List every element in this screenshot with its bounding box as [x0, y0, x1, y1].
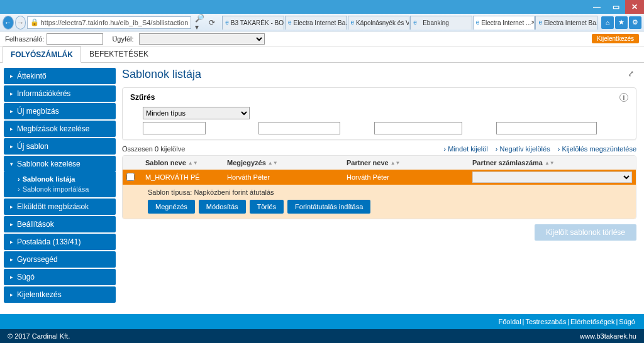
footer-home[interactable]: Főoldal — [499, 318, 521, 325]
browser-tab[interactable]: eElectra Internet Ba... — [535, 16, 597, 30]
sidebar: Áttekintő Információkérés Új megbízás Me… — [0, 63, 119, 314]
user-label: Felhasználó: — [5, 35, 44, 43]
lock-icon: 🔒 — [30, 18, 39, 26]
sidebar-item-mailbox[interactable]: Postaláda (133/41) — [4, 234, 116, 250]
link-select-all[interactable]: › Mindet kijelöl — [443, 145, 487, 153]
url-text: https://electra7.takinfo.hu/eib_ib_S4/sb… — [40, 19, 188, 26]
browser-right-controls: ⌂ ★ ⚙ — [601, 16, 641, 29]
table-row[interactable]: M_HORVÁTH PÉ Horváth Péter Horváth Péter — [123, 170, 636, 185]
chevron-right-icon — [10, 73, 13, 79]
search-dropdown-icon[interactable]: 🔎▾ — [195, 18, 205, 28]
sidebar-item-new-order[interactable]: Új megbízás — [4, 103, 116, 119]
logout-button[interactable]: Kijelentkezés — [592, 34, 639, 43]
browser-tab[interactable]: eElectra Internet Ba... — [285, 16, 347, 30]
window-close-button[interactable]: ✕ — [625, 0, 644, 14]
table-header: Sablon neve▲▼ Megjegyzés▲▼ Partner neve▲… — [123, 156, 636, 170]
sidebar-item-new-template[interactable]: Új sablon — [4, 138, 116, 155]
edit-button[interactable]: Módosítás — [199, 200, 246, 214]
tab-close-icon[interactable]: ✕ — [531, 19, 535, 26]
browser-tab[interactable]: eKápolnásnyék és V... — [348, 16, 410, 30]
url-controls: 🔎▾ ⟳ — [195, 16, 217, 29]
info-icon[interactable]: i — [619, 93, 628, 102]
col-partner-acct[interactable]: Partner számlaszáma — [472, 159, 543, 166]
sidebar-item-sent-orders[interactable]: Elküldött megbízások — [4, 199, 116, 215]
filter-heading: Szűrés — [130, 93, 155, 102]
filter-input-4[interactable] — [496, 122, 597, 134]
ie-icon: e — [288, 19, 292, 26]
refresh-icon[interactable]: ⟳ — [207, 18, 217, 28]
browser-tab[interactable]: eB3 TAKARÉK - BO... — [222, 16, 284, 30]
browser-tab[interactable]: eEbanking — [410, 16, 472, 30]
sort-icon[interactable]: ▲▼ — [188, 160, 198, 166]
sidebar-sub-template-import[interactable]: Sablonok importálása — [4, 184, 116, 194]
ie-icon: e — [225, 19, 229, 26]
chevron-right-icon — [10, 108, 13, 114]
tab-investments[interactable]: BEFEKTETÉSEK — [81, 46, 157, 62]
chevron-right-icon — [10, 90, 13, 97]
home-icon[interactable]: ⌂ — [601, 16, 614, 29]
sort-icon[interactable]: ▲▼ — [545, 160, 555, 166]
filter-input-3[interactable] — [374, 122, 462, 134]
view-button[interactable]: Megnézés — [148, 200, 195, 214]
chevron-right-icon — [10, 126, 13, 132]
window-minimize-button[interactable]: — — [587, 0, 606, 14]
sidebar-sub-template-list[interactable]: Sablonok listája — [4, 174, 116, 184]
sidebar-item-manage-templates[interactable]: Sablonok kezelése — [4, 156, 116, 172]
footer-copyright: © 2017 Cardinal Kft. — [8, 332, 70, 340]
chevron-right-icon — [10, 221, 13, 227]
sidebar-item-logout[interactable]: Kijelentkezés — [4, 286, 116, 303]
filter-panel: Szűrési Minden típus — [122, 87, 636, 140]
sort-icon[interactable]: ▲▼ — [391, 160, 401, 166]
nav-forward-button[interactable]: → — [15, 16, 26, 30]
col-partner-name[interactable]: Partner neve — [347, 159, 389, 166]
sidebar-item-settings[interactable]: Beállítások — [4, 216, 116, 232]
filter-type-select[interactable]: Minden típus — [143, 107, 250, 119]
delete-button[interactable]: Törlés — [250, 200, 284, 214]
footer-contact[interactable]: Elérhetőségek — [570, 318, 614, 325]
footer-site[interactable]: www.b3takarek.hu — [580, 332, 636, 340]
cell-template-name: M_HORVÁTH PÉ — [145, 173, 227, 181]
footer-custom[interactable]: Testreszabás — [525, 318, 566, 325]
sidebar-item-overview[interactable]: Áttekintő — [4, 68, 116, 84]
col-template-name[interactable]: Sablon neve — [145, 159, 186, 166]
col-note[interactable]: Megjegyzés — [227, 159, 266, 166]
chevron-right-icon — [10, 274, 13, 280]
detail-type-value: Napközbeni forint átutalás — [194, 188, 274, 196]
export-icon[interactable]: ⤤ — [628, 69, 634, 78]
footer-links: Főoldal | Testreszabás | Elérhetőségek |… — [0, 314, 644, 329]
ie-icon: e — [538, 19, 542, 26]
browser-tab-active[interactable]: eElectra Internet ...✕ — [473, 16, 535, 30]
sidebar-item-manage-orders[interactable]: Megbízások kezelése — [4, 121, 116, 137]
window-titlebar: — ▭ ✕ — [0, 0, 644, 14]
link-select-neg[interactable]: › Negatív kijelölés — [496, 145, 550, 153]
row-checkbox[interactable] — [126, 173, 135, 181]
list-summary: Összesen 0 kijelölve — [122, 145, 185, 153]
sort-icon[interactable]: ▲▼ — [268, 160, 278, 166]
chevron-down-icon — [10, 161, 13, 167]
sidebar-item-help[interactable]: Súgó — [4, 269, 116, 285]
footer-help[interactable]: Súgó — [619, 318, 635, 325]
tools-icon[interactable]: ⚙ — [629, 16, 641, 29]
chevron-right-icon — [10, 256, 13, 263]
cell-note: Horváth Péter — [227, 173, 347, 181]
footer-bar: © 2017 Cardinal Kft. www.b3takarek.hu — [0, 329, 644, 343]
ie-icon: e — [413, 19, 421, 26]
link-select-clear[interactable]: › Kijelölés megszüntetése — [558, 145, 636, 153]
cell-partner-acct-select[interactable] — [472, 172, 632, 183]
cell-partner-name: Horváth Péter — [347, 173, 472, 181]
filter-input-1[interactable] — [143, 122, 206, 134]
nav-back-button[interactable]: ← — [3, 16, 14, 30]
app-header: Felhasználó: Ügyfél: Kijelentkezés — [0, 31, 644, 46]
user-input[interactable] — [47, 33, 103, 45]
sidebar-item-quickhelp[interactable]: Gyorssegéd — [4, 251, 116, 268]
window-maximize-button[interactable]: ▭ — [606, 0, 625, 14]
filter-input-2[interactable] — [258, 122, 340, 134]
delete-selected-button[interactable]: Kijelölt sablonok törlése — [535, 224, 636, 241]
favorites-icon[interactable]: ★ — [615, 16, 628, 29]
templates-table: Sablon neve▲▼ Megjegyzés▲▼ Partner neve▲… — [122, 155, 636, 219]
tab-accounts[interactable]: FOLYÓSZÁMLÁK — [3, 46, 81, 63]
client-select[interactable] — [139, 33, 265, 45]
address-bar[interactable]: 🔒 https://electra7.takinfo.hu/eib_ib_S4/… — [27, 16, 191, 29]
start-transfer-button[interactable]: Forintátutalás indítása — [287, 200, 370, 214]
sidebar-item-info[interactable]: Információkérés — [4, 85, 116, 102]
